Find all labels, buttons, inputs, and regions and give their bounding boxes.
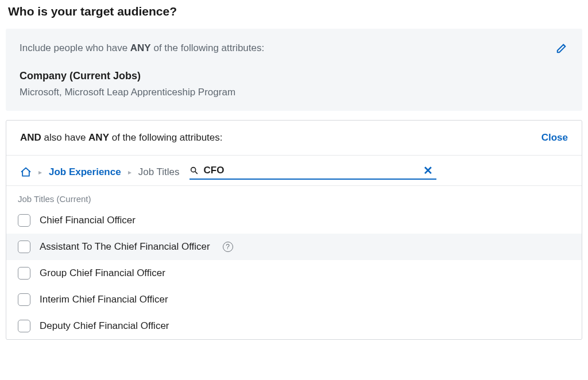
breadcrumb-current: Job Titles: [138, 166, 180, 178]
include-emph: ANY: [130, 42, 151, 53]
search-input[interactable]: [203, 165, 436, 176]
attribute-block: Company (Current Jobs) Microsoft, Micros…: [20, 70, 568, 98]
include-suffix: of the following attributes:: [151, 42, 265, 53]
and-mid1: also have: [41, 132, 88, 143]
include-heading: Include people who have ANY of the follo…: [20, 42, 568, 54]
and-panel: AND also have ANY of the following attri…: [6, 120, 582, 340]
close-icon[interactable]: ✕: [423, 165, 433, 176]
chevron-right-icon: ▸: [128, 168, 131, 176]
checkbox[interactable]: [18, 267, 30, 280]
checkbox[interactable]: [18, 214, 30, 227]
results-list: Chief Financial Officer Assistant To The…: [6, 207, 582, 339]
home-icon[interactable]: [20, 166, 32, 178]
chevron-right-icon: ▸: [38, 168, 42, 176]
checkbox[interactable]: [18, 293, 30, 306]
result-label: Assistant To The Chief Financial Officer: [40, 241, 210, 253]
checkbox[interactable]: [18, 320, 30, 332]
search-icon: [189, 166, 199, 175]
breadcrumb-row: ▸ Job Experience ▸ Job Titles ✕: [6, 156, 582, 186]
checkbox[interactable]: [18, 241, 30, 253]
result-label: Group Chief Financial Officer: [40, 267, 165, 279]
result-label: Chief Financial Officer: [40, 215, 136, 226]
results-section-label: Job Titles (Current): [6, 186, 582, 207]
include-panel: Include people who have ANY of the follo…: [6, 29, 582, 111]
and-panel-header: AND also have ANY of the following attri…: [6, 121, 582, 156]
breadcrumb-link-job-experience[interactable]: Job Experience: [49, 166, 121, 178]
page-title: Who is your target audience?: [8, 5, 582, 18]
result-label: Deputy Chief Financial Officer: [40, 320, 169, 332]
result-item[interactable]: Assistant To The Chief Financial Officer…: [6, 234, 582, 260]
result-item[interactable]: Chief Financial Officer: [6, 207, 582, 234]
close-button[interactable]: Close: [541, 132, 568, 144]
result-item[interactable]: Interim Chief Financial Officer: [6, 286, 582, 313]
help-icon[interactable]: ?: [223, 242, 233, 252]
result-label: Interim Chief Financial Officer: [40, 294, 168, 305]
attribute-values: Microsoft, Microsoft Leap Apprenticeship…: [20, 87, 568, 98]
attribute-title: Company (Current Jobs): [20, 70, 568, 82]
and-emph: ANY: [88, 132, 109, 143]
pencil-icon[interactable]: [556, 41, 568, 54]
and-heading: AND also have ANY of the following attri…: [20, 132, 223, 144]
search-field[interactable]: ✕: [189, 165, 436, 180]
svg-line-1: [195, 172, 197, 173]
result-item[interactable]: Group Chief Financial Officer: [6, 260, 582, 286]
result-item[interactable]: Deputy Chief Financial Officer: [6, 313, 582, 339]
include-prefix: Include people who have: [20, 42, 130, 53]
and-prefix: AND: [20, 132, 41, 143]
and-suffix: of the following attributes:: [109, 132, 223, 143]
